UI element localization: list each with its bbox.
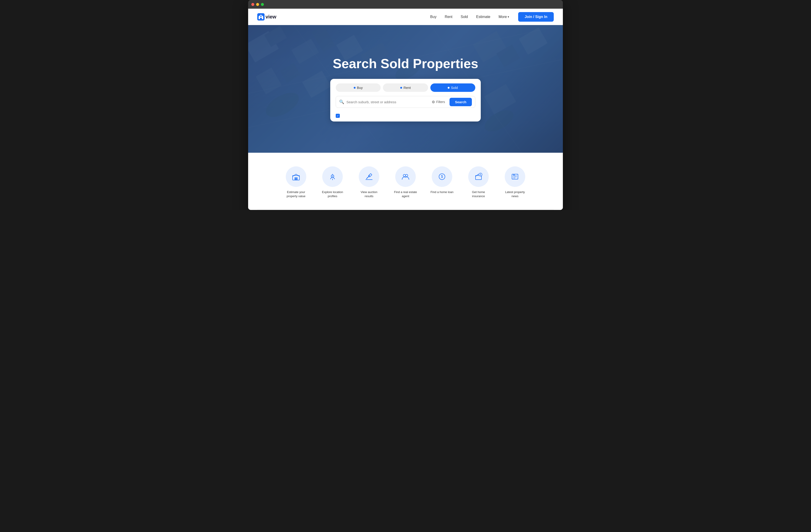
main-nav: Buy Rent Sold Estimate More ▾: [430, 15, 509, 19]
hero-content: Search Sold Properties Buy Rent: [319, 56, 492, 122]
news-icon-circle: [505, 167, 525, 187]
search-tabs: Buy Rent Sold: [336, 83, 475, 92]
site-header: view Buy Rent Sold Estimate More ▾ Join …: [248, 9, 563, 25]
browser-window: view Buy Rent Sold Estimate More ▾ Join …: [248, 0, 563, 210]
feature-insurance[interactable]: $ Get homeinsurance: [465, 167, 492, 198]
insurance-icon: $: [474, 172, 483, 181]
auction-icon: [365, 172, 373, 181]
svg-point-1: [260, 16, 262, 17]
chevron-down-icon: ▾: [508, 15, 509, 18]
svg-rect-37: [512, 174, 518, 179]
features-section: Estimate yourproperty value Explo: [248, 153, 563, 210]
estimate-icon-circle: [286, 167, 306, 187]
feature-explore[interactable]: Explore locationprofiles: [319, 167, 346, 198]
hero-title: Search Sold Properties: [319, 56, 492, 71]
svg-rect-25: [296, 177, 297, 180]
agent-icon: [401, 172, 410, 181]
tab-sold[interactable]: Sold: [430, 83, 475, 92]
auction-label: View auctionresults: [361, 190, 377, 198]
svg-rect-41: [513, 175, 515, 175]
explore-icon-circle: [322, 167, 343, 187]
loan-icon: $: [438, 172, 446, 181]
news-icon: [511, 172, 519, 181]
agent-icon-circle: [395, 167, 416, 187]
svg-point-30: [403, 174, 406, 177]
logo[interactable]: view: [257, 13, 276, 20]
tab-buy[interactable]: Buy: [336, 83, 381, 92]
svg-text:$: $: [441, 175, 443, 178]
feature-auction[interactable]: View auctionresults: [355, 167, 383, 198]
minimize-dot[interactable]: [256, 3, 259, 6]
features-grid: Estimate yourproperty value Explo: [257, 167, 554, 198]
tab-buy-dot: [354, 87, 355, 89]
agent-label: Find a real estateagent: [394, 190, 417, 198]
nearby-checkbox[interactable]: ✓: [336, 114, 340, 118]
feature-news[interactable]: Latest propertynews: [501, 167, 529, 198]
tab-rent[interactable]: Rent: [383, 83, 428, 92]
nav-buy[interactable]: Buy: [430, 15, 437, 19]
loan-label: Find a home loan: [431, 190, 454, 194]
svg-point-31: [406, 174, 408, 177]
search-input[interactable]: [347, 100, 427, 104]
close-dot[interactable]: [251, 3, 254, 6]
filters-icon: ⚙: [432, 100, 435, 104]
explore-icon: [328, 172, 337, 181]
filters-button[interactable]: ⚙ Filters: [429, 100, 447, 104]
logo-text: view: [265, 14, 276, 20]
join-signin-button[interactable]: Join / Sign In: [518, 12, 554, 22]
auction-icon-circle: [359, 167, 379, 187]
tab-sold-dot: [448, 87, 449, 89]
nav-estimate[interactable]: Estimate: [476, 15, 490, 19]
hero-section: Search Sold Properties Buy Rent: [248, 25, 563, 153]
search-button[interactable]: Search: [449, 98, 472, 106]
nearby-label: Search nearby suburbs: [342, 114, 372, 118]
svg-rect-24: [295, 177, 296, 180]
svg-text:$: $: [480, 173, 481, 176]
tab-rent-dot: [400, 87, 402, 89]
svg-point-27: [332, 176, 333, 177]
search-icon: 🔍: [339, 99, 344, 105]
nearby-row: ✓ Search nearby suburbs: [336, 111, 475, 122]
fullscreen-dot[interactable]: [261, 3, 264, 6]
feature-estimate[interactable]: Estimate yourproperty value: [282, 167, 310, 198]
logo-icon: [257, 13, 264, 20]
insurance-label: Get homeinsurance: [472, 190, 485, 198]
nav-sold[interactable]: Sold: [461, 15, 468, 19]
nav-more[interactable]: More ▾: [499, 15, 509, 19]
title-bar: [248, 0, 563, 9]
news-label: Latest propertynews: [505, 190, 525, 198]
estimate-icon: [292, 172, 300, 181]
feature-agent[interactable]: Find a real estateagent: [392, 167, 419, 198]
svg-rect-28: [368, 173, 372, 177]
insurance-icon-circle: $: [468, 167, 489, 187]
feature-loan[interactable]: $ Find a home loan: [428, 167, 456, 198]
svg-rect-23: [293, 175, 300, 180]
search-box: Buy Rent Sold 🔍: [330, 79, 481, 122]
search-input-row: 🔍 ⚙ Filters Search: [336, 96, 475, 108]
page-content: view Buy Rent Sold Estimate More ▾ Join …: [248, 9, 563, 210]
estimate-label: Estimate yourproperty value: [287, 190, 305, 198]
loan-icon-circle: $: [432, 167, 452, 187]
explore-label: Explore locationprofiles: [322, 190, 343, 198]
nav-rent[interactable]: Rent: [445, 15, 453, 19]
